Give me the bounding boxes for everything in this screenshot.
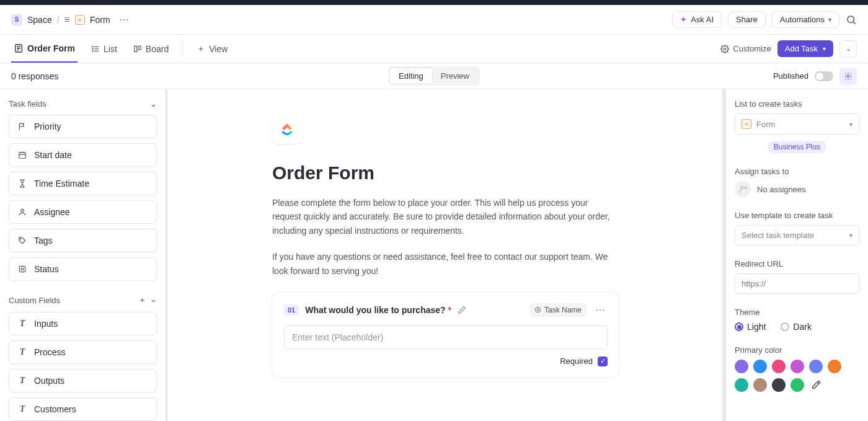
tab-board[interactable]: Board [131,35,171,63]
question-label[interactable]: What would you like to purchase? * [305,305,451,315]
assignee-picker[interactable]: No assignees [735,181,859,197]
tab-list[interactable]: List [89,35,120,63]
business-plus-badge[interactable]: Business Plus [768,141,826,153]
field-item[interactable]: TInputs [9,312,157,335]
color-swatch[interactable] [828,360,841,373]
seg-editing[interactable]: Editing [390,68,432,84]
color-swatch[interactable] [753,378,767,392]
plus-icon[interactable]: ＋ [138,295,146,306]
hourglass-icon [17,179,28,188]
left-panel: Task fields ⌄ PriorityStart dateTime Est… [0,89,167,421]
chevron-down-icon[interactable]: ⌄ [150,295,157,306]
breadcrumb-space[interactable]: Space [27,15,52,25]
assign-tasks-label: Assign tasks to [735,167,859,176]
field-item[interactable]: TOutputs [9,369,157,392]
seg-preview[interactable]: Preview [432,68,478,84]
customize-button[interactable]: Customize [720,44,771,53]
color-swatch[interactable] [735,378,748,392]
eyedropper-icon[interactable] [809,378,823,392]
search-icon[interactable] [846,14,857,25]
task-fields-header-label: Task fields [9,99,46,109]
published-toggle[interactable] [815,71,833,81]
ask-ai-button[interactable]: ✦ Ask AI [672,11,722,28]
field-label: Start date [34,150,72,160]
field-label: Priority [34,122,61,131]
theme-label: Theme [735,308,859,317]
required-checkbox[interactable]: ✓ [598,357,608,366]
more-button[interactable]: ⌄ [839,40,857,58]
flag-icon [17,122,28,131]
automations-button[interactable]: Automations ▾ [772,11,839,28]
svg-point-18 [20,238,21,239]
field-label: Assignee [34,207,70,217]
field-item[interactable]: TCustomers [9,397,157,421]
color-swatch[interactable] [772,378,786,392]
svg-point-17 [21,209,24,212]
space-icon[interactable]: S [11,14,22,25]
color-swatch[interactable] [809,360,823,373]
field-item[interactable]: Start date [9,143,157,167]
form-title[interactable]: Order Form [272,162,619,184]
form-description-1[interactable]: Please complete the form below to place … [272,196,619,237]
theme-dark-radio[interactable]: Dark [781,322,812,332]
required-star-icon: * [448,305,451,315]
add-task-button[interactable]: Add Task ▾ [777,40,833,57]
question-input[interactable] [284,326,608,349]
required-label: Required [560,357,593,366]
chevron-down-icon: ▾ [823,45,826,52]
add-assignee-icon [735,181,751,197]
svg-point-12 [847,75,849,78]
list-view-icon [91,45,100,53]
add-view-label: View [209,44,228,54]
field-item[interactable]: Status [9,257,157,281]
field-item[interactable]: Tags [9,229,157,252]
field-item[interactable]: TProcess [9,340,157,364]
custom-fields-header[interactable]: Custom Fields ＋ ⌄ [9,295,157,306]
svg-point-8 [92,50,93,51]
share-button[interactable]: Share [728,11,766,28]
custom-fields-header-label: Custom Fields [9,296,60,305]
text-icon: T [17,347,28,357]
field-item[interactable]: Assignee [9,200,157,224]
list-select[interactable]: Form ▾ [735,113,859,135]
question-card[interactable]: 01 What would you like to purchase? * Ta… [272,293,619,377]
form-description-2[interactable]: If you have any questions or need assist… [272,250,619,278]
question-number: 01 [284,304,299,316]
chevron-down-icon: ⌄ [846,45,851,53]
color-swatch[interactable] [735,360,748,373]
field-item[interactable]: Time Estimate [9,172,157,195]
redirect-url-input[interactable] [735,273,859,294]
form-view-icon [14,43,24,53]
scrollbar[interactable] [722,89,724,421]
task-fields-header[interactable]: Task fields ⌄ [9,99,157,109]
template-select[interactable]: Select task template ▾ [735,225,859,246]
breadcrumb-form[interactable]: Form [90,15,110,25]
app-topbar [0,0,868,5]
svg-point-0 [848,16,854,23]
breadcrumb-more-icon[interactable]: ⋯ [115,14,129,25]
task-name-icon [534,306,541,313]
pencil-icon[interactable] [458,306,466,314]
field-type-badge[interactable]: Task Name [529,303,587,317]
add-view-button[interactable]: ＋ View [194,35,230,63]
svg-line-1 [853,22,855,24]
question-more-icon[interactable]: ⋯ [593,304,608,316]
color-swatch[interactable] [772,360,786,373]
svg-rect-19 [19,266,25,272]
tab-order-form-label: Order Form [27,43,75,53]
field-label: Inputs [34,319,58,329]
form-doc-icon [75,15,85,25]
form-settings-button[interactable] [839,68,857,85]
calendar-icon [17,151,28,159]
center-panel: Order Form Please complete the form belo… [167,89,724,421]
color-swatch[interactable] [790,378,804,392]
responses-count[interactable]: 0 responses [11,69,58,83]
color-swatch[interactable] [753,360,767,373]
color-swatch[interactable] [790,360,804,373]
field-item[interactable]: Priority [9,115,157,138]
user-icon [17,208,28,216]
field-label: Status [34,264,59,274]
chevron-down-icon[interactable]: ⌄ [150,99,157,109]
tab-order-form[interactable]: Order Form [11,35,78,63]
theme-light-radio[interactable]: Light [735,322,766,332]
